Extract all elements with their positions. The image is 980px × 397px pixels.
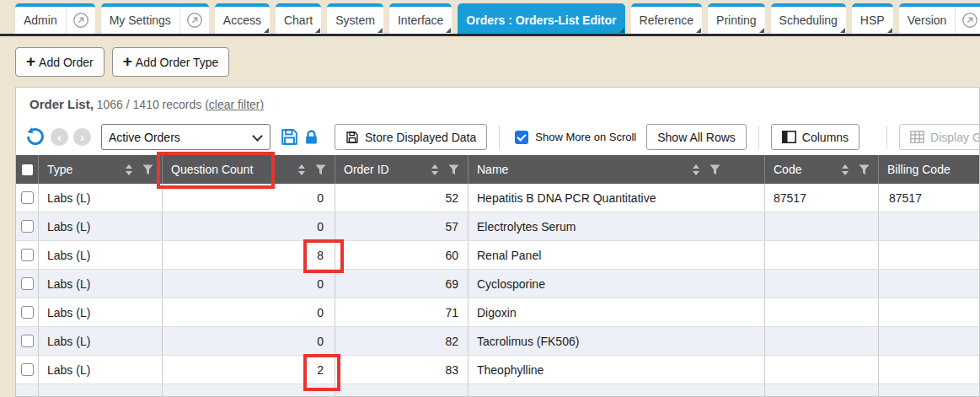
cell-billing-code: 87517 xyxy=(879,184,979,212)
row-checkbox-cell xyxy=(16,356,39,384)
add-order-type-button[interactable]: +Add Order Type xyxy=(112,47,230,77)
row-checkbox[interactable] xyxy=(21,249,34,261)
cell-question-count xyxy=(163,384,335,397)
sort-icon[interactable] xyxy=(431,164,438,175)
row-checkbox[interactable] xyxy=(21,191,34,204)
nav-tab[interactable]: Printing xyxy=(708,3,764,34)
cell-code xyxy=(765,241,879,269)
divider xyxy=(499,126,500,149)
row-checkbox-cell xyxy=(16,212,39,240)
tab-dropdown-indicator xyxy=(446,28,451,33)
order-list-panel: Order List, 1066 / 1410 records (clear f… xyxy=(15,87,980,397)
tab-dropdown-indicator xyxy=(887,28,892,33)
show-more-label: Show More on Scroll xyxy=(535,131,636,143)
column-header[interactable]: Name xyxy=(469,155,765,184)
partial-row xyxy=(16,384,979,397)
divider xyxy=(758,126,759,149)
view-select-wrap: Active Orders xyxy=(101,124,270,150)
row-checkbox[interactable] xyxy=(21,363,34,376)
nav-tab[interactable]: Interface xyxy=(389,3,452,34)
tab-dropdown-indicator xyxy=(759,28,764,33)
refresh-icon[interactable] xyxy=(24,126,46,148)
clear-filter-link[interactable]: (clear filter) xyxy=(205,98,264,111)
nav-tab[interactable]: Orders : Orders-List Editor xyxy=(458,3,624,34)
row-checkbox[interactable] xyxy=(21,220,34,233)
filter-funnel-icon[interactable] xyxy=(315,164,326,175)
cell-order-id: 60 xyxy=(335,241,469,269)
row-checkbox[interactable] xyxy=(21,335,34,347)
sort-icon[interactable] xyxy=(693,164,699,175)
popout-icon[interactable] xyxy=(179,7,209,34)
nav-tab[interactable]: Version xyxy=(899,3,980,34)
nav-tab[interactable]: Admin xyxy=(15,3,95,34)
show-more-checkbox[interactable] xyxy=(515,131,528,144)
column-header[interactable]: Type xyxy=(39,155,163,184)
chevron-left-circle-icon[interactable]: ‹ xyxy=(51,128,68,146)
filter-funnel-icon[interactable] xyxy=(142,164,153,175)
filter-funnel-icon[interactable] xyxy=(448,164,459,175)
cell-billing-code xyxy=(879,384,979,397)
cell-name: Renal Panel xyxy=(469,241,765,269)
nav-tab[interactable]: Scheduling xyxy=(771,3,846,34)
cell-type: Labs (L) xyxy=(39,184,163,212)
cell-order-id xyxy=(335,384,469,397)
cell-code xyxy=(765,270,879,298)
cell-order-id: 82 xyxy=(335,327,469,355)
add-order-type-label: Add Order Type xyxy=(136,56,219,69)
record-count: 1066 / 1410 records xyxy=(97,98,202,111)
column-header[interactable]: Code xyxy=(765,155,879,184)
column-header[interactable]: Question Count xyxy=(163,155,335,184)
cell-type: Labs (L) xyxy=(39,298,163,326)
sort-icon[interactable] xyxy=(126,164,132,175)
cell-order-id: 52 xyxy=(335,184,469,212)
add-order-button[interactable]: +Add Order xyxy=(15,47,104,77)
nav-tab[interactable]: My Settings xyxy=(101,3,209,34)
row-checkbox[interactable] xyxy=(21,277,34,290)
filter-funnel-icon[interactable] xyxy=(710,164,720,175)
popout-icon[interactable] xyxy=(66,7,95,34)
nav-tab[interactable]: HSP xyxy=(852,3,893,34)
column-header[interactable]: Order ID xyxy=(335,155,469,184)
table-row: Labs (L) 0 52 Hepatitis B DNA PCR Quanti… xyxy=(16,184,979,212)
nav-tab[interactable]: Reference xyxy=(631,3,703,34)
view-select[interactable]: Active Orders xyxy=(101,124,270,150)
lock-icon[interactable] xyxy=(303,129,319,146)
chevron-right-circle-icon[interactable]: › xyxy=(73,128,91,146)
sort-icon[interactable] xyxy=(842,164,849,175)
tab-label: Version xyxy=(899,7,956,34)
column-label: Billing Code xyxy=(887,163,951,176)
cell-question-count: 0 xyxy=(163,298,335,326)
table-row: Labs (L) 8 60 Renal Panel xyxy=(16,241,979,270)
cell-billing-code xyxy=(879,212,979,240)
nav-tab[interactable]: Access xyxy=(215,3,270,34)
save-icon[interactable] xyxy=(281,128,298,146)
cell-order-id: 69 xyxy=(335,270,469,298)
tab-dropdown-indicator xyxy=(840,28,845,33)
panel-title: Order List, xyxy=(29,97,94,111)
cell-billing-code xyxy=(879,241,979,269)
tab-label: Reference xyxy=(631,7,703,34)
show-all-rows-button[interactable]: Show All Rows xyxy=(646,124,747,150)
header-checkbox-cell xyxy=(16,155,39,184)
cell-type: Labs (L) xyxy=(39,270,163,298)
row-checkbox-cell xyxy=(16,184,39,212)
sort-icon[interactable] xyxy=(298,164,305,175)
nav-tab[interactable]: System xyxy=(327,3,383,34)
row-checkbox[interactable] xyxy=(21,306,34,319)
cell-code xyxy=(765,384,879,397)
column-label: Type xyxy=(47,163,72,176)
select-all-checkbox[interactable] xyxy=(22,164,33,175)
nav-tab[interactable]: Chart xyxy=(276,3,321,34)
store-displayed-data-button[interactable]: Store Displayed Data xyxy=(335,124,487,150)
popout-icon[interactable] xyxy=(955,7,980,34)
column-header[interactable]: Billing Code xyxy=(879,155,979,184)
columns-button[interactable]: Columns xyxy=(771,124,860,150)
tab-label: Orders : Orders-List Editor xyxy=(458,7,624,34)
cell-code xyxy=(765,212,879,240)
table-row: Labs (L) 0 71 Digoxin xyxy=(16,298,979,327)
row-checkbox-cell xyxy=(16,298,39,326)
row-checkbox-cell xyxy=(16,327,39,355)
save-icon xyxy=(345,131,359,144)
filter-funnel-icon[interactable] xyxy=(859,164,870,175)
cell-question-count: 0 xyxy=(163,212,335,240)
